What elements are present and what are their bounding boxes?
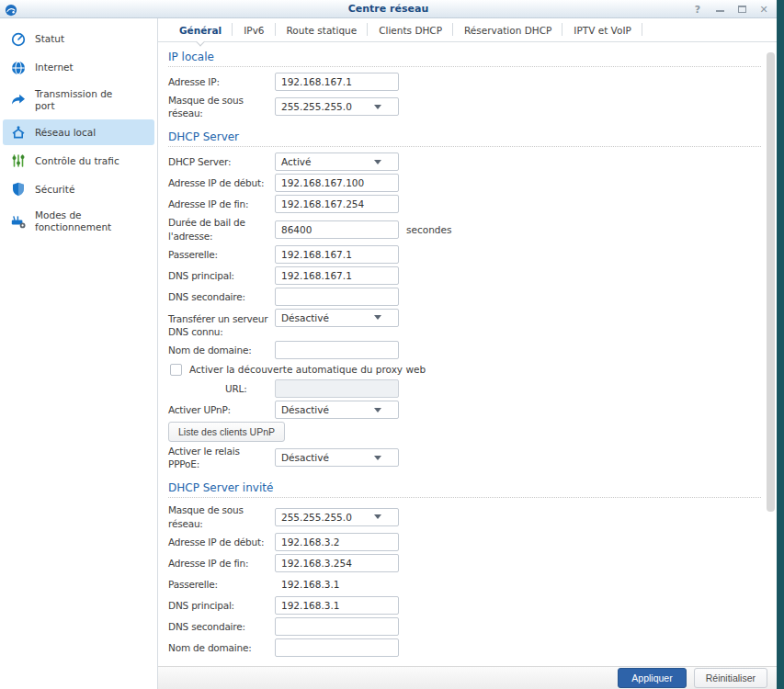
invite-masque-select[interactable]: 255.255.255.0: [275, 508, 399, 526]
proxy-checkbox[interactable]: [170, 364, 182, 376]
minimize-icon[interactable]: [714, 3, 725, 16]
router-gear-icon: [10, 213, 27, 230]
tab-iptv-voip[interactable]: IPTV et VoIP: [562, 18, 642, 41]
network-center-app-icon: [5, 3, 17, 16]
adresse-ip-row: Adresse IP:: [168, 73, 761, 91]
chevron-down-icon: [374, 408, 381, 412]
upnp-clients-row: Liste des clients UPnP: [168, 422, 761, 442]
tab-bar: Général IPv6 Route statique Clients DHCP…: [158, 18, 777, 42]
invite-dns-secondaire-row: DNS secondaire:: [168, 617, 761, 636]
sidebar-item-controle-du-trafic[interactable]: Contrôle du trafic: [3, 148, 154, 174]
upnp-select[interactable]: Désactivé: [275, 401, 399, 419]
dhcp-server-row: DHCP Server: Activé: [168, 152, 761, 171]
title-bar: Centre réseau ? ✕: [0, 0, 777, 18]
sidebar: Statut Internet Transmis: [0, 18, 158, 689]
tab-clients-dhcp[interactable]: Clients DHCP: [368, 18, 453, 41]
invite-nom-domaine-input[interactable]: [275, 638, 399, 657]
dns-principal-row: DNS principal:: [168, 266, 761, 285]
invite-ip-debut-input[interactable]: [275, 533, 399, 551]
proxy-url-input: [275, 379, 399, 398]
bail-suffix: secondes: [406, 224, 451, 235]
dns-secondaire-input[interactable]: [275, 288, 399, 306]
nom-domaine-input[interactable]: [275, 341, 399, 359]
apply-button[interactable]: Appliquer: [618, 668, 686, 688]
chevron-down-icon: [374, 456, 381, 460]
forward-arrow-icon: [10, 92, 27, 108]
invite-ip-fin-input[interactable]: [275, 554, 399, 572]
shield-icon: [10, 181, 27, 198]
invite-dns-principal-input[interactable]: [275, 596, 399, 615]
sidebar-item-transmission-de-port[interactable]: Transmission de port: [3, 84, 154, 117]
dhcp-server-select[interactable]: Activé: [275, 152, 399, 171]
window-title: Centre réseau: [348, 3, 428, 15]
vertical-scrollbar[interactable]: [767, 52, 775, 512]
bail-row: Durée de bail de l'adresse: secondes: [168, 216, 761, 242]
pppoe-row: Activer le relais PPPoE: Désactivé: [168, 445, 761, 470]
sliders-icon: [10, 152, 27, 169]
reset-button[interactable]: Réinitialiser: [694, 668, 767, 688]
pppoe-select[interactable]: Désactivé: [275, 448, 399, 467]
chevron-down-icon: [374, 514, 381, 519]
globe-icon: [10, 60, 27, 76]
chevron-down-icon: [374, 315, 381, 320]
passerelle-input[interactable]: [275, 245, 399, 264]
invite-dns-secondaire-input[interactable]: [275, 617, 399, 636]
tab-route-statique[interactable]: Route statique: [276, 18, 369, 41]
dns-secondaire-row: DNS secondaire:: [168, 288, 761, 306]
invite-dns-principal-row: DNS principal:: [168, 596, 761, 615]
section-title-ip-locale: IP locale: [168, 47, 761, 67]
adresse-ip-input[interactable]: [275, 73, 399, 91]
ip-fin-row: Adresse IP de fin:: [168, 195, 761, 213]
proxy-url-row: URL:: [168, 379, 761, 398]
dns-principal-input[interactable]: [275, 266, 399, 285]
network-center-window: Centre réseau ? ✕ Statut: [0, 0, 777, 689]
passerelle-row: Passerelle:: [168, 245, 761, 264]
sidebar-item-internet[interactable]: Internet: [3, 55, 154, 81]
tab-ipv6[interactable]: IPv6: [233, 18, 275, 41]
masque-row: Masque de sous réseau: 255.255.255.0: [168, 94, 761, 119]
invite-ip-fin-row: Adresse IP de fin:: [168, 554, 761, 572]
bail-input[interactable]: [275, 220, 399, 239]
maximize-icon[interactable]: [736, 3, 747, 16]
ip-fin-input[interactable]: [275, 195, 399, 213]
ip-debut-row: Adresse IP de début:: [168, 174, 761, 192]
upnp-row: Activer UPnP: Désactivé: [168, 401, 761, 419]
form-area: IP locale Adresse IP: Masque de sous rés…: [158, 42, 777, 666]
invite-nom-domaine-row: Nom de domaine:: [168, 638, 761, 657]
sidebar-item-reseau-local[interactable]: Réseau local: [3, 119, 154, 145]
tab-general[interactable]: Général: [168, 18, 233, 41]
ip-debut-input[interactable]: [275, 174, 399, 192]
chevron-down-icon: [374, 160, 381, 164]
invite-passerelle-value: 192.168.3.1: [275, 579, 339, 590]
transfert-dns-select[interactable]: Désactivé: [275, 309, 399, 327]
tab-reservation-dhcp[interactable]: Réservation DHCP: [453, 18, 562, 41]
chevron-down-icon: [374, 105, 381, 109]
transfert-dns-row: Transférer un serveur DNS connu: Désacti…: [168, 309, 761, 338]
gauge-icon: [10, 31, 27, 48]
help-icon[interactable]: ?: [692, 3, 703, 16]
section-title-dhcp-invite: DHCP Server invité: [168, 478, 761, 498]
sidebar-item-statut[interactable]: Statut: [3, 27, 154, 52]
upnp-clients-button[interactable]: Liste des clients UPnP: [168, 422, 285, 442]
close-icon[interactable]: ✕: [758, 3, 769, 16]
content-panel: Général IPv6 Route statique Clients DHCP…: [158, 18, 777, 689]
sidebar-item-securite[interactable]: Sécurité: [3, 176, 154, 202]
proxy-checkbox-row: Activer la découverte automatique du pro…: [168, 362, 761, 377]
invite-ip-debut-row: Adresse IP de début:: [168, 533, 761, 551]
section-title-dhcp-server: DHCP Server: [168, 127, 761, 147]
sidebar-item-modes-de-fonctionnement[interactable]: Modes de fonctionnement: [3, 205, 154, 238]
home-network-icon: [10, 124, 27, 141]
window-controls: ? ✕: [692, 0, 769, 18]
nom-domaine-row: Nom de domaine:: [168, 341, 761, 359]
footer-bar: Appliquer Réinitialiser: [158, 666, 777, 689]
masque-select[interactable]: 255.255.255.0: [275, 97, 399, 116]
invite-masque-row: Masque de sous réseau: 255.255.255.0: [168, 503, 761, 529]
invite-passerelle-row: Passerelle: 192.168.3.1: [168, 575, 761, 593]
